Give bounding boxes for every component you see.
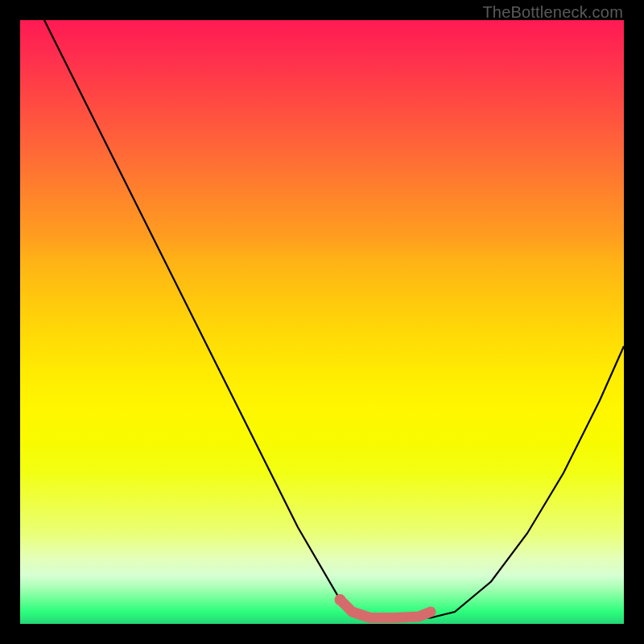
curve-layer xyxy=(20,20,624,624)
plot-area xyxy=(20,20,624,624)
chart-frame xyxy=(20,20,624,624)
bottleneck-curve xyxy=(44,20,624,618)
optimal-range-highlight xyxy=(341,600,431,618)
watermark-text: TheBottleneck.com xyxy=(482,3,623,22)
optimal-range-start-dot xyxy=(335,594,346,605)
